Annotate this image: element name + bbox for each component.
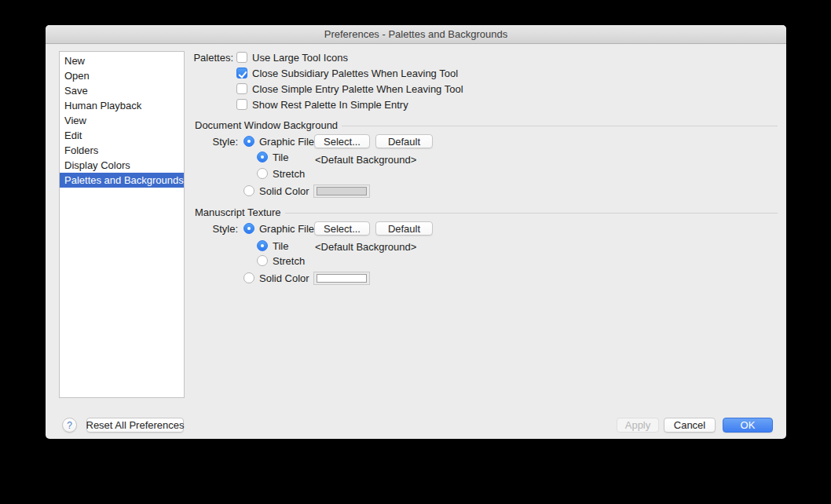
ms-tile-option[interactable]: Tile bbox=[257, 238, 288, 254]
doc-color-well-swatch bbox=[317, 187, 367, 195]
ms-style-label-wrap: Style: bbox=[163, 221, 238, 236]
checkbox-use-large-tool-icons[interactable] bbox=[236, 52, 247, 63]
ms-background-file-value: <Default Background> bbox=[315, 241, 416, 253]
graphic-file-radio[interactable] bbox=[243, 223, 254, 234]
ms-solid-color-option[interactable]: Solid Color bbox=[243, 270, 309, 286]
palettes-label-wrap: Palettes: bbox=[156, 49, 233, 65]
palette-checkbox-row[interactable]: Show Rest Palette In Simple Entry bbox=[236, 97, 408, 112]
stretch-radio[interactable] bbox=[257, 168, 268, 179]
document-background-section-header: Document Window Background bbox=[195, 119, 778, 131]
apply-button[interactable]: Apply bbox=[617, 418, 659, 433]
stretch-label: Stretch bbox=[273, 255, 305, 267]
style-label: Style: bbox=[212, 136, 238, 148]
sidebar-item-human-playback[interactable]: Human Playback bbox=[60, 98, 184, 113]
window-title: Preferences - Palettes and Backgrounds bbox=[324, 28, 507, 40]
tile-label: Tile bbox=[273, 240, 288, 252]
checkbox-close-subsidiary-palettes-when-leaving-tool[interactable] bbox=[236, 68, 247, 79]
reset-all-preferences-button[interactable]: Reset All Preferences bbox=[86, 418, 184, 433]
section-title: Document Window Background bbox=[195, 119, 338, 131]
ok-button[interactable]: OK bbox=[723, 418, 773, 433]
doc-graphic-file-option[interactable]: Graphic File bbox=[243, 133, 314, 149]
doc-solid-color-option[interactable]: Solid Color bbox=[243, 183, 309, 199]
manuscript-texture-section-header: Manuscript Texture bbox=[195, 206, 778, 218]
checkbox-label: Use Large Tool Icons bbox=[252, 52, 348, 64]
checkbox-label: Close Subsidiary Palettes When Leaving T… bbox=[252, 68, 458, 79]
sidebar-item-display-colors[interactable]: Display Colors bbox=[60, 158, 184, 173]
palettes-label: Palettes: bbox=[193, 52, 233, 64]
section-title: Manuscript Texture bbox=[195, 206, 281, 218]
stretch-radio[interactable] bbox=[257, 255, 268, 266]
help-button[interactable]: ? bbox=[62, 418, 77, 433]
ms-graphic-file-option[interactable]: Graphic File bbox=[243, 221, 314, 236]
graphic-file-radio[interactable] bbox=[243, 136, 254, 147]
stretch-label: Stretch bbox=[273, 168, 305, 180]
titlebar[interactable]: Preferences - Palettes and Backgrounds bbox=[46, 25, 786, 44]
ms-color-well-swatch bbox=[317, 274, 367, 283]
ms-default-button[interactable]: Default bbox=[375, 221, 433, 236]
sidebar-item-open[interactable]: Open bbox=[60, 68, 184, 83]
palette-checkbox-row[interactable]: Close Simple Entry Palette When Leaving … bbox=[236, 81, 463, 97]
checkbox-close-simple-entry-palette-when-leaving-tool[interactable] bbox=[236, 83, 247, 94]
solid-color-radio[interactable] bbox=[243, 272, 254, 283]
sidebar-item-view[interactable]: View bbox=[60, 113, 184, 128]
checkbox-label: Show Rest Palette In Simple Entry bbox=[252, 99, 408, 111]
doc-default-button[interactable]: Default bbox=[375, 134, 433, 148]
checkbox-show-rest-palette-in-simple-entry[interactable] bbox=[236, 99, 247, 110]
graphic-file-label: Graphic File bbox=[259, 223, 314, 235]
ms-color-well[interactable] bbox=[313, 272, 370, 285]
style-label: Style: bbox=[212, 223, 238, 235]
palette-checkbox-row[interactable]: Close Subsidiary Palettes When Leaving T… bbox=[236, 65, 458, 81]
solid-color-label: Solid Color bbox=[259, 272, 309, 284]
doc-stretch-option[interactable]: Stretch bbox=[257, 166, 305, 181]
sidebar-item-save[interactable]: Save bbox=[60, 83, 184, 98]
palette-checkbox-row[interactable]: Use Large Tool Icons bbox=[236, 49, 348, 65]
preferences-window: Preferences - Palettes and Backgrounds N… bbox=[46, 25, 786, 439]
section-divider bbox=[342, 126, 778, 126]
tile-radio[interactable] bbox=[257, 152, 268, 163]
doc-background-file-value: <Default Background> bbox=[315, 154, 416, 166]
doc-select-button[interactable]: Select... bbox=[314, 134, 370, 148]
solid-color-radio[interactable] bbox=[243, 185, 254, 196]
tile-radio[interactable] bbox=[257, 240, 268, 251]
solid-color-label: Solid Color bbox=[259, 185, 309, 197]
doc-file-value-wrap: <Default Background> bbox=[315, 152, 416, 167]
question-mark-icon: ? bbox=[67, 420, 72, 431]
section-divider bbox=[285, 213, 778, 214]
checkbox-label: Close Simple Entry Palette When Leaving … bbox=[252, 83, 463, 95]
ms-stretch-option[interactable]: Stretch bbox=[257, 253, 305, 268]
graphic-file-label: Graphic File bbox=[259, 136, 314, 148]
cancel-button[interactable]: Cancel bbox=[664, 418, 716, 433]
tile-label: Tile bbox=[273, 152, 288, 163]
doc-tile-option[interactable]: Tile bbox=[257, 149, 288, 165]
sidebar-item-palettes-and-backgrounds[interactable]: Palettes and Backgrounds bbox=[60, 173, 184, 188]
ms-file-value-wrap: <Default Background> bbox=[315, 239, 416, 254]
doc-style-label-wrap: Style: bbox=[163, 133, 238, 149]
doc-color-well[interactable] bbox=[313, 184, 370, 198]
ms-select-button[interactable]: Select... bbox=[314, 221, 370, 236]
